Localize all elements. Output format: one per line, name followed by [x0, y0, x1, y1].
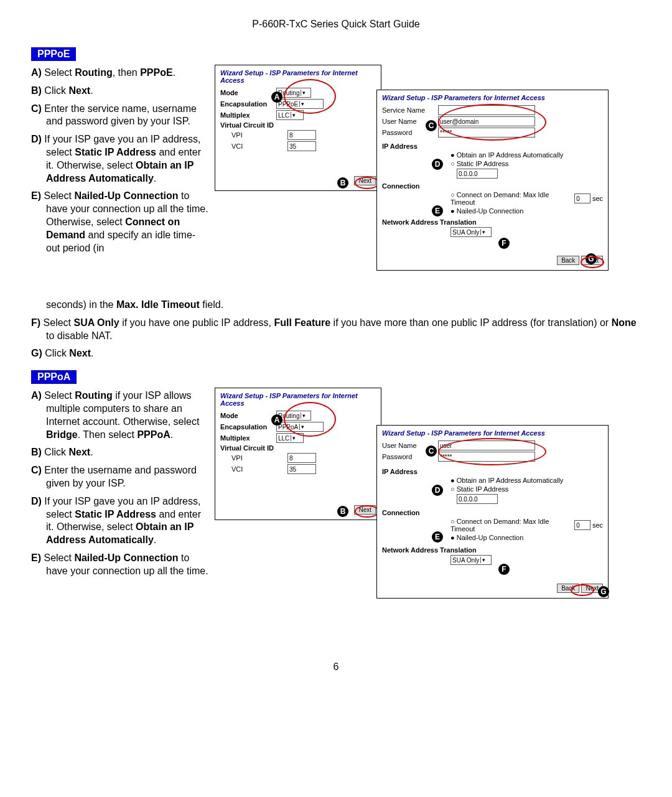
- vpi-label: VPI: [220, 454, 287, 462]
- badge-a-icon: A: [271, 91, 282, 103]
- vc-label: Virtual Circuit ID: [220, 444, 276, 452]
- badge-g-icon: G: [586, 253, 597, 264]
- badge-f-icon: F: [498, 238, 510, 249]
- back-button[interactable]: Back: [557, 584, 579, 593]
- ip-static-radio[interactable]: Static IP Address: [450, 160, 508, 167]
- conn-label: Connection: [382, 182, 438, 190]
- ip-input[interactable]: 0.0.0.0: [457, 169, 498, 179]
- vci-input[interactable]: 35: [287, 464, 316, 474]
- step-d: D) If your ISP gave you an IP address, s…: [46, 133, 208, 185]
- ip-input[interactable]: 0.0.0.0: [457, 494, 498, 504]
- conn-nailed-radio[interactable]: Nailed-Up Connection: [450, 534, 523, 541]
- vc-label: Virtual Circuit ID: [220, 121, 276, 129]
- wizard-panel-2: Wizard Setup - ISP Parameters for Intern…: [376, 425, 609, 599]
- nat-label: Network Address Translation: [382, 546, 477, 554]
- step-c: C) Enter the username and password given…: [46, 464, 208, 490]
- vpi-label: VPI: [220, 131, 287, 139]
- encap-select[interactable]: PPPoA: [276, 422, 324, 432]
- wizard-title: Wizard Setup - ISP Parameters for Intern…: [382, 429, 603, 437]
- step-a: A) Select Routing if your ISP allows mul…: [46, 389, 208, 441]
- svc-input[interactable]: [438, 105, 535, 115]
- wizard-panel-2: Wizard Setup - ISP Parameters for Intern…: [376, 90, 609, 271]
- nat-select[interactable]: SUA Only: [450, 227, 492, 237]
- encap-label: Encapsulation: [220, 100, 276, 108]
- step-b: B) Click Next.: [46, 85, 208, 98]
- vci-input[interactable]: 35: [287, 141, 316, 151]
- step-f: F) Select SUA Only if you have one publi…: [46, 317, 641, 343]
- instructions-pppoe-cont: seconds) in the Max. Idle Timeout field.…: [31, 299, 641, 360]
- vpi-input[interactable]: 8: [287, 453, 316, 463]
- mux-label: Multiplex: [220, 111, 276, 119]
- timeout-input[interactable]: 0: [574, 520, 590, 530]
- badge-g-icon: G: [598, 586, 609, 597]
- step-c: C) Enter the service name, username and …: [46, 103, 208, 129]
- badge-b-icon: B: [337, 506, 348, 517]
- back-button[interactable]: Back: [557, 256, 579, 265]
- conn-demand-radio[interactable]: Connect on Demand: Max Idle Timeout: [450, 191, 572, 206]
- mode-label: Mode: [220, 89, 276, 96]
- badge-f-icon: F: [498, 564, 510, 575]
- mux-select[interactable]: LLC: [276, 110, 304, 120]
- conn-label: Connection: [382, 509, 438, 516]
- wizard-panel-1: Wizard Setup - ISP Parameters for Intern…: [215, 388, 381, 520]
- mode-label: Mode: [220, 412, 276, 419]
- badge-c-icon: C: [426, 120, 437, 131]
- pwd-input[interactable]: *****: [438, 128, 535, 137]
- sec-label: sec: [592, 521, 603, 529]
- step-d: D) If your ISP gave you an IP address, s…: [46, 495, 208, 547]
- vci-label: VCI: [220, 465, 287, 473]
- wizard-title: Wizard Setup - ISP Parameters for Intern…: [220, 392, 376, 407]
- instructions-pppoe: A) Select Routing, then PPPoE. B) Click …: [31, 67, 208, 254]
- step-g: G) Click Next.: [46, 347, 641, 360]
- next-button[interactable]: Next: [354, 176, 376, 185]
- timeout-input[interactable]: 0: [574, 193, 590, 203]
- wizard-title: Wizard Setup - ISP Parameters for Intern…: [220, 69, 376, 84]
- step-b: B) Click Next.: [46, 446, 208, 459]
- conn-demand-radio[interactable]: Connect on Demand: Max Idle Timeout: [450, 518, 572, 533]
- section-tag-pppoe: PPPoE: [31, 47, 76, 61]
- conn-nailed-radio[interactable]: Nailed-Up Connection: [450, 207, 523, 215]
- nat-select[interactable]: SUA Only: [450, 555, 492, 565]
- step-e: E) Select Nailed-Up Connection to have y…: [46, 552, 208, 578]
- mux-select[interactable]: LLC: [276, 433, 304, 443]
- encap-label: Encapsulation: [220, 423, 276, 431]
- pwd-input[interactable]: *****: [438, 452, 535, 462]
- step-e: E) Select Nailed-Up Connection to have y…: [46, 190, 208, 254]
- wizard-panel-1: Wizard Setup - ISP Parameters for Intern…: [215, 65, 381, 191]
- section-tag-pppoa: PPPoA: [31, 370, 77, 384]
- step-a: A) Select Routing, then PPPoE.: [46, 67, 208, 80]
- user-input[interactable]: user@domain: [438, 116, 535, 126]
- page-number: 6: [31, 661, 641, 673]
- ip-auto-radio[interactable]: Obtain an IP Address Automatically: [450, 477, 563, 484]
- wizard-title: Wizard Setup - ISP Parameters for Intern…: [382, 94, 603, 101]
- badge-d-icon: D: [432, 159, 443, 170]
- next-button[interactable]: Next: [354, 505, 376, 515]
- instructions-pppoa: A) Select Routing if your ISP allows mul…: [31, 389, 208, 577]
- step-e-cont: seconds) in the Max. Idle Timeout field.: [46, 299, 641, 312]
- page-header: P-660R-TxC Series Quick Start Guide: [31, 19, 641, 30]
- vci-label: VCI: [220, 142, 287, 150]
- badge-e-icon: E: [432, 205, 443, 217]
- nat-label: Network Address Translation: [382, 218, 477, 226]
- svc-label: Service Name: [382, 106, 438, 114]
- encap-select[interactable]: PPPoE: [276, 99, 324, 109]
- ip-label: IP Address: [382, 468, 438, 475]
- user-input[interactable]: user: [438, 440, 535, 450]
- ip-label: IP Address: [382, 142, 438, 150]
- vpi-input[interactable]: 8: [287, 130, 316, 140]
- sec-label: sec: [592, 195, 603, 202]
- mux-label: Multiplex: [220, 434, 276, 442]
- badge-b-icon: B: [337, 177, 348, 189]
- ip-static-radio[interactable]: Static IP Address: [450, 485, 508, 493]
- ip-auto-radio[interactable]: Obtain an IP Address Automatically: [450, 151, 563, 159]
